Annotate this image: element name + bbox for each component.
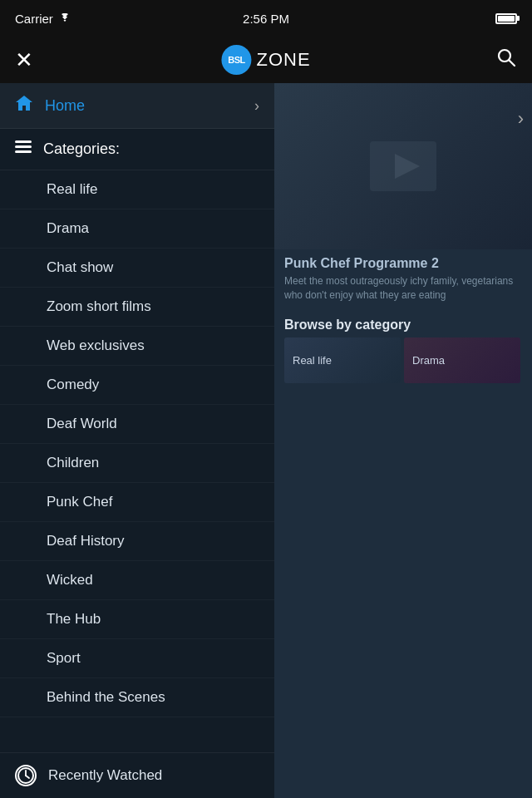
search-button[interactable] — [495, 47, 517, 73]
home-row[interactable]: Home › — [0, 83, 274, 129]
close-button[interactable]: ✕ — [15, 49, 33, 71]
menu-item-webexclusives[interactable]: Web exclusives — [0, 327, 274, 366]
categories-label: Categories: — [43, 140, 120, 158]
svg-rect-6 — [15, 150, 32, 153]
app-logo: BSL ZONE — [221, 45, 310, 75]
menu-item-punkchef[interactable]: Punk Chef — [0, 483, 274, 522]
svg-rect-4 — [15, 140, 32, 143]
menu-item-drama[interactable]: Drama — [0, 209, 274, 249]
recently-watched-label: Recently Watched — [48, 767, 162, 784]
recently-watched-row[interactable]: Recently Watched — [0, 752, 274, 798]
menu-item-thehub[interactable]: The Hub — [0, 600, 274, 639]
home-icon — [15, 95, 33, 116]
svg-line-9 — [26, 776, 29, 778]
status-right — [495, 13, 517, 24]
background-content: › Punk Chef Programme 2 Meet the most ou… — [274, 83, 532, 798]
status-left: Carrier — [15, 12, 71, 26]
menu-items-list: Real life Drama Chat show Zoom short fil… — [0, 170, 274, 752]
featured-thumbnail — [274, 83, 532, 249]
menu-item-sport[interactable]: Sport — [0, 639, 274, 678]
browse-section: Browse by category Real life Drama — [274, 309, 532, 388]
menu-item-deafworld[interactable]: Deaf World — [0, 405, 274, 444]
zone-label: ZONE — [256, 49, 310, 71]
svg-rect-5 — [15, 145, 32, 148]
clock-icon — [15, 765, 37, 786]
bg-chevron-icon: › — [518, 108, 524, 130]
categories-row: Categories: — [0, 129, 274, 170]
bg-category-reallife: Real life — [284, 337, 401, 383]
bsl-badge: BSL — [221, 45, 251, 75]
featured-text-block: Punk Chef Programme 2 Meet the most outr… — [274, 249, 532, 309]
bg-category-drama: Drama — [404, 337, 520, 383]
menu-item-chatshow[interactable]: Chat show — [0, 249, 274, 288]
menu-item-behindthescenes[interactable]: Behind the Scenes — [0, 678, 274, 717]
featured-desc: Meet the most outrageously ichy family, … — [284, 274, 522, 303]
carrier-label: Carrier — [15, 12, 53, 26]
status-bar: Carrier 2:56 PM — [0, 0, 532, 37]
menu-item-deafhistory[interactable]: Deaf History — [0, 522, 274, 561]
navigation-drawer: Home › Categories: Real life Drama Chat … — [0, 83, 274, 798]
menu-item-children[interactable]: Children — [0, 444, 274, 483]
menu-item-comedy[interactable]: Comedy — [0, 366, 274, 405]
home-label: Home — [45, 97, 85, 115]
menu-item-zoomshortfilms[interactable]: Zoom short films — [0, 288, 274, 327]
wifi-icon — [58, 13, 71, 23]
menu-item-wicked[interactable]: Wicked — [0, 561, 274, 600]
status-time: 2:56 PM — [243, 12, 289, 26]
app-header: ✕ BSL ZONE — [0, 37, 532, 83]
category-grid: Real life Drama — [284, 337, 522, 383]
list-icon — [15, 140, 32, 158]
browse-title: Browse by category — [284, 318, 522, 332]
menu-item-reallife[interactable]: Real life — [0, 170, 274, 209]
battery-icon — [495, 13, 517, 24]
featured-title: Punk Chef Programme 2 — [284, 256, 522, 271]
svg-line-1 — [510, 61, 515, 66]
home-chevron-icon: › — [254, 97, 259, 115]
